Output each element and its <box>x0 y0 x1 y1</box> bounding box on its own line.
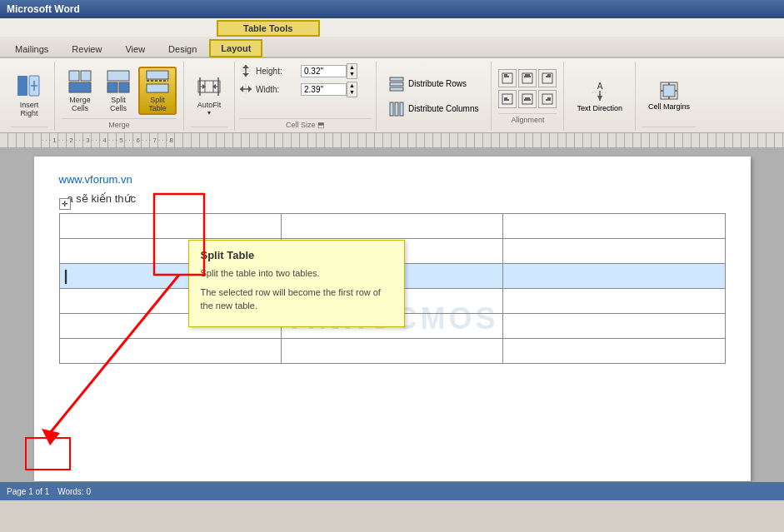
word-count: Words: 0 <box>57 487 91 496</box>
cell-margins-button[interactable]: Cell Margins <box>642 71 696 119</box>
svg-rect-33 <box>390 102 393 116</box>
tooltip-line2: The selected row will become the first r… <box>201 286 392 313</box>
distribute-rows-button[interactable]: Distribute Rows <box>383 73 484 95</box>
width-down-button[interactable]: ▼ <box>347 89 357 96</box>
svg-marker-28 <box>248 86 252 92</box>
svg-rect-12 <box>147 84 168 92</box>
merge-group-label: Merge <box>62 118 177 129</box>
align-top-left-button[interactable] <box>498 69 517 87</box>
link-text: www.vforum.vn <box>59 173 132 186</box>
title-bar: Microsoft Word <box>0 0 784 18</box>
width-row: Width: ▲ ▼ <box>239 82 372 97</box>
align-middle-right-button[interactable] <box>538 90 557 108</box>
svg-rect-45 <box>502 94 512 104</box>
svg-rect-9 <box>119 82 129 92</box>
page: ✛ www.vforum.vn a sẽ kiến thức TINHOCMOS <box>34 157 751 481</box>
insert-group-label <box>11 127 47 129</box>
width-icon <box>239 82 252 96</box>
table-row <box>59 214 725 239</box>
svg-rect-48 <box>522 94 532 104</box>
merge-cells-icon <box>67 69 93 94</box>
svg-rect-30 <box>390 77 403 81</box>
align-middle-left-button[interactable] <box>498 90 517 108</box>
autofit-label: AutoFit <box>197 101 222 109</box>
table-cell <box>59 214 281 239</box>
cell-margins-group: Cell Margins <box>636 62 702 131</box>
split-table-label: SplitTable <box>148 96 167 112</box>
split-cells-button[interactable]: SplitCells <box>100 67 137 115</box>
table-cell <box>503 214 725 239</box>
table-move-handle[interactable]: ✛ <box>59 198 71 210</box>
align-middle-center-button[interactable] <box>518 90 537 108</box>
cell-margins-buttons: Cell Margins <box>642 63 696 127</box>
document-area: · · · 1 · · · 2 · · · 3 · · · 4 · · · 5 … <box>0 133 784 482</box>
autofit-button[interactable]: AutoFit ▾ <box>191 71 227 119</box>
tab-layout[interactable]: Layout <box>209 39 262 57</box>
autofit-icon <box>196 74 222 99</box>
merge-cells-button[interactable]: MergeCells <box>62 67 98 115</box>
svg-rect-6 <box>69 82 91 92</box>
width-input[interactable] <box>301 83 347 96</box>
table-tools-label: Table Tools <box>217 20 320 37</box>
svg-rect-4 <box>69 71 79 81</box>
text-direction-group: A Text Direction <box>564 62 636 131</box>
tooltip-line1: Split the table into two tables. <box>201 266 392 281</box>
svg-rect-10 <box>147 71 168 79</box>
cell-margins-group-label <box>642 127 696 129</box>
merge-group: MergeCells SplitCells <box>55 62 184 131</box>
cell-margins-label: Cell Margins <box>648 102 690 111</box>
cell-margins-icon <box>657 79 681 102</box>
svg-marker-56 <box>597 96 602 101</box>
tabs-row: Mailings Review View Design Layout <box>0 37 784 58</box>
ribbon: InsertRight MergeCells <box>0 58 784 133</box>
align-top-right-button[interactable] <box>538 69 557 87</box>
cell-size-expand[interactable]: ⬒ <box>317 121 325 129</box>
height-input[interactable] <box>301 65 347 77</box>
knowledge-text: a sẽ kiến thức <box>67 192 137 205</box>
height-down-button[interactable]: ▼ <box>347 71 357 77</box>
table-cell <box>281 214 502 239</box>
page-link[interactable]: www.vforum.vn <box>59 173 726 186</box>
tooltip-popup: Split Table Split the table into two tab… <box>188 240 405 327</box>
cell-size-label: Cell Size ⬒ <box>239 118 372 129</box>
distribute-rows-label: Distribute Rows <box>408 79 467 88</box>
split-table-button[interactable]: SplitTable <box>138 67 177 115</box>
distribute-cols-label: Distribute Columns <box>408 104 478 113</box>
width-spinner[interactable]: ▲ ▼ <box>347 82 357 97</box>
tab-mailings[interactable]: Mailings <box>4 41 59 57</box>
height-label: Height: <box>256 67 297 76</box>
align-top-center-button[interactable] <box>518 69 537 87</box>
svg-marker-27 <box>240 86 243 92</box>
ruler-marks: · · · 1 · · · 2 · · · 3 · · · 4 · · · 5 … <box>42 137 173 144</box>
svg-rect-7 <box>107 71 129 81</box>
svg-rect-59 <box>663 85 675 97</box>
table-cell <box>281 339 502 364</box>
svg-marker-23 <box>242 65 249 68</box>
merge-cells-label: MergeCells <box>69 96 91 112</box>
insert-right-button[interactable]: InsertRight <box>11 71 47 119</box>
autofit-group-label <box>191 127 227 129</box>
status-text: Page 1 of 1 <box>7 487 49 496</box>
insert-right-icon <box>16 72 42 99</box>
tab-review[interactable]: Review <box>61 41 112 57</box>
tab-design[interactable]: Design <box>157 41 207 57</box>
insert-group: InsertRight <box>4 62 55 131</box>
width-label: Width: <box>256 85 297 94</box>
insert-buttons: InsertRight <box>11 63 47 127</box>
height-icon <box>239 64 252 77</box>
distribute-group: Distribute Rows Distribute Columns <box>377 62 492 131</box>
merge-buttons: MergeCells SplitCells <box>62 63 177 118</box>
tab-view[interactable]: View <box>114 41 156 57</box>
distribute-columns-button[interactable]: Distribute Columns <box>383 98 484 120</box>
height-spinner[interactable]: ▲ ▼ <box>347 63 357 79</box>
ruler: · · · 1 · · · 2 · · · 3 · · · 4 · · · 5 … <box>0 133 784 148</box>
text-direction-button[interactable]: A Text Direction <box>571 72 628 121</box>
svg-rect-8 <box>107 82 117 92</box>
width-up-button[interactable]: ▲ <box>347 82 357 89</box>
align-row-2 <box>498 90 557 108</box>
alignment-group: Alignment <box>492 62 564 131</box>
autofit-buttons: AutoFit ▾ <box>191 63 227 127</box>
svg-rect-31 <box>390 82 403 86</box>
table-cell <box>503 264 725 289</box>
height-up-button[interactable]: ▲ <box>347 64 357 71</box>
